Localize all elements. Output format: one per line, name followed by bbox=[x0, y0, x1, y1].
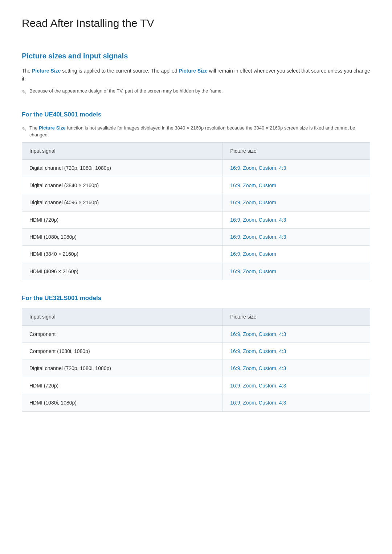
input-signal-cell: HDMI (4096 × 2160p) bbox=[22, 263, 223, 280]
intro-text-part1: The bbox=[22, 68, 32, 74]
table-row: HDMI (720p)16:9, Zoom, Custom, 4:3 bbox=[22, 377, 370, 394]
picture-size-cell: 16:9, Zoom, Custom bbox=[223, 177, 370, 194]
picture-size-cell: 16:9, Zoom, Custom, 4:3 bbox=[223, 160, 370, 177]
ue32-header-picture: Picture size bbox=[223, 308, 370, 325]
ue32-table: Input signal Picture size Component16:9,… bbox=[22, 308, 370, 411]
picture-sizes-section: Picture sizes and input signals The Pict… bbox=[22, 50, 370, 97]
input-signal-cell: Digital channel (720p, 1080i, 1080p) bbox=[22, 360, 223, 377]
ue32-table-header-row: Input signal Picture size bbox=[22, 308, 370, 325]
ue40-title: For the UE40LS001 models bbox=[22, 110, 370, 119]
picture-size-cell: 16:9, Zoom, Custom, 4:3 bbox=[223, 228, 370, 245]
table-row: HDMI (1080i, 1080p)16:9, Zoom, Custom, 4… bbox=[22, 394, 370, 411]
ue32-title: For the UE32LS001 models bbox=[22, 293, 370, 303]
input-signal-cell: HDMI (3840 × 2160p) bbox=[22, 246, 223, 263]
picture-size-cell: 16:9, Zoom, Custom, 4:3 bbox=[223, 325, 370, 342]
ue40-header-picture: Picture size bbox=[223, 142, 370, 159]
picture-size-link-2: Picture Size bbox=[179, 68, 207, 74]
input-signal-cell: Component (1080i, 1080p) bbox=[22, 343, 223, 360]
input-signal-cell: Digital channel (4096 × 2160p) bbox=[22, 194, 223, 211]
picture-size-cell: 16:9, Zoom, Custom, 4:3 bbox=[223, 343, 370, 360]
picture-size-cell: 16:9, Zoom, Custom bbox=[223, 263, 370, 280]
table-row: HDMI (1080i, 1080p)16:9, Zoom, Custom, 4… bbox=[22, 228, 370, 245]
picture-size-cell: 16:9, Zoom, Custom, 4:3 bbox=[223, 377, 370, 394]
ue40-section: For the UE40LS001 models ✎ The Picture S… bbox=[22, 110, 370, 280]
table-row: HDMI (720p)16:9, Zoom, Custom, 4:3 bbox=[22, 211, 370, 228]
picture-size-cell: 16:9, Zoom, Custom bbox=[223, 194, 370, 211]
table-row: HDMI (4096 × 2160p)16:9, Zoom, Custom bbox=[22, 263, 370, 280]
table-row: Digital channel (3840 × 2160p)16:9, Zoom… bbox=[22, 177, 370, 194]
intro-paragraph: The Picture Size setting is applied to t… bbox=[22, 67, 370, 83]
table-row: HDMI (3840 × 2160p)16:9, Zoom, Custom bbox=[22, 246, 370, 263]
ue32-header-input: Input signal bbox=[22, 308, 223, 325]
table-row: Component16:9, Zoom, Custom, 4:3 bbox=[22, 325, 370, 342]
ue40-header-input: Input signal bbox=[22, 142, 223, 159]
ue40-note: ✎ The Picture Size function is not avail… bbox=[22, 124, 370, 139]
table-row: Digital channel (720p, 1080i, 1080p)16:9… bbox=[22, 160, 370, 177]
picture-size-cell: 16:9, Zoom, Custom, 4:3 bbox=[223, 211, 370, 228]
note-appearance: ✎ Because of the appearance design of th… bbox=[22, 87, 370, 97]
table-row: Component (1080i, 1080p)16:9, Zoom, Cust… bbox=[22, 343, 370, 360]
ue40-note-text: The Picture Size function is not availab… bbox=[29, 124, 370, 139]
input-signal-cell: HDMI (720p) bbox=[22, 211, 223, 228]
table-row: Digital channel (4096 × 2160p)16:9, Zoom… bbox=[22, 194, 370, 211]
picture-size-cell: 16:9, Zoom, Custom, 4:3 bbox=[223, 394, 370, 411]
ue40-table: Input signal Picture size Digital channe… bbox=[22, 142, 370, 280]
ue32-section: For the UE32LS001 models Input signal Pi… bbox=[22, 293, 370, 412]
page-title: Read After Installing the TV bbox=[22, 15, 370, 36]
input-signal-cell: Digital channel (3840 × 2160p) bbox=[22, 177, 223, 194]
picture-size-cell: 16:9, Zoom, Custom, 4:3 bbox=[223, 360, 370, 377]
intro-text-part2: setting is applied to the current source… bbox=[61, 68, 179, 74]
input-signal-cell: HDMI (1080i, 1080p) bbox=[22, 228, 223, 245]
note-icon: ✎ bbox=[22, 88, 26, 97]
input-signal-cell: HDMI (720p) bbox=[22, 377, 223, 394]
section-title-picture-sizes: Picture sizes and input signals bbox=[22, 50, 370, 62]
ue40-note-icon: ✎ bbox=[22, 125, 26, 134]
input-signal-cell: HDMI (1080i, 1080p) bbox=[22, 394, 223, 411]
picture-size-cell: 16:9, Zoom, Custom bbox=[223, 246, 370, 263]
picture-size-link-1: Picture Size bbox=[32, 68, 61, 74]
input-signal-cell: Component bbox=[22, 325, 223, 342]
note-text-appearance: Because of the appearance design of the … bbox=[29, 87, 223, 95]
input-signal-cell: Digital channel (720p, 1080i, 1080p) bbox=[22, 160, 223, 177]
ue40-table-header-row: Input signal Picture size bbox=[22, 142, 370, 159]
table-row: Digital channel (720p, 1080i, 1080p)16:9… bbox=[22, 360, 370, 377]
